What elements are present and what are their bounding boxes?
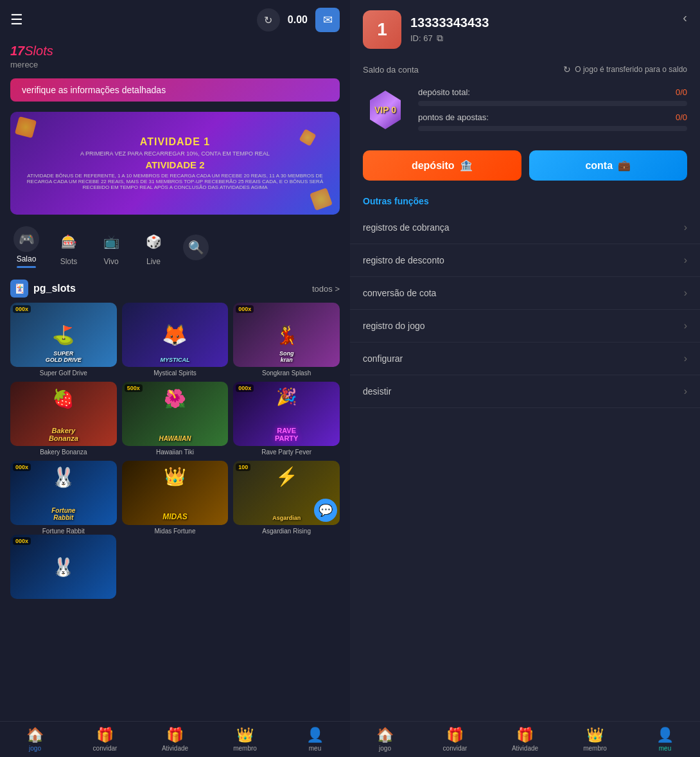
banner-activity2-label: ATIVIDADE 2 bbox=[145, 159, 204, 170]
bottom-nav-membro[interactable]: 👑 membro bbox=[210, 727, 280, 752]
menu-item-registros-cobranca[interactable]: registros de cobrança › bbox=[350, 211, 700, 244]
vip-label: VIP 0 bbox=[374, 105, 396, 115]
menu-item-conversao-cota[interactable]: conversão de cota › bbox=[350, 277, 700, 310]
bottom-nav-convidar[interactable]: 🎁 convidar bbox=[70, 727, 140, 752]
tab-salao[interactable]: 🎮 Salao bbox=[10, 226, 42, 268]
conta-label: conta bbox=[585, 160, 613, 172]
right-bottom-nav-atividade[interactable]: 🎁 Atividade bbox=[490, 727, 560, 752]
left-panel: ☰ ↻ 0.00 ✉ 17Slots merece verifique as i… bbox=[0, 0, 350, 757]
right-bottom-nav-meu-label: meu bbox=[659, 745, 671, 752]
balance-label: Saldo da conta bbox=[363, 65, 419, 75]
menu-list: registros de cobrança › registro de desc… bbox=[350, 211, 700, 721]
bottom-nav-meu-icon: 👤 bbox=[306, 727, 324, 744]
deposit-progress-bar bbox=[418, 101, 687, 106]
game-rave-party-fever[interactable]: 000x 🎉 RAVEPARTY bbox=[233, 382, 340, 446]
bottom-nav-meu-label: meu bbox=[309, 745, 321, 752]
extra-games-row: 000x 🐰 bbox=[0, 535, 350, 604]
coin-decoration-1 bbox=[15, 116, 37, 138]
vip-deposit-label: depósito total: bbox=[418, 87, 470, 97]
menu-item-registro-desconto[interactable]: registro de desconto › bbox=[350, 244, 700, 277]
game-name-overlay: MYSTICAL bbox=[122, 357, 229, 363]
menu-item-label: configurar bbox=[363, 353, 403, 364]
balance-transfer: ↻ O jogo é transferido para o saldo bbox=[563, 64, 687, 75]
vip-progress: depósito total: 0/0 pontos de apostas: 0… bbox=[418, 87, 687, 138]
menu-item-label: conversão de cota bbox=[363, 288, 436, 298]
chat-bubble[interactable]: 💬 bbox=[314, 499, 337, 522]
menu-item-registro-jogo[interactable]: registro do jogo › bbox=[350, 310, 700, 343]
user-id-text: ID: 67 bbox=[410, 33, 433, 43]
list-item: 100 ⚡ Asgardian Asgardian Rising 💬 bbox=[233, 461, 340, 535]
menu-item-desistir[interactable]: desistir › bbox=[350, 375, 700, 408]
promo-details-button[interactable]: verifique as informações detalhadas bbox=[10, 78, 340, 102]
chevron-right-icon: › bbox=[684, 320, 687, 332]
vip-betting-label: pontos de apostas: bbox=[418, 112, 489, 122]
conta-button[interactable]: conta 💼 bbox=[529, 150, 688, 181]
refresh-button[interactable]: ↻ bbox=[257, 8, 280, 31]
game-label: Rave Party Fever bbox=[233, 449, 340, 456]
username: 13333343433 bbox=[410, 15, 687, 30]
banner-activity1-desc: A PRIMEIRA VEZ PARA RECARREGAR 10%, CONT… bbox=[67, 150, 283, 157]
menu-item-configurar[interactable]: configurar › bbox=[350, 343, 700, 375]
tab-search[interactable]: 🔍 bbox=[180, 235, 212, 260]
game-label: Midas Fortune bbox=[122, 528, 229, 535]
vip-section: VIP 0 depósito total: 0/0 pontos de apos… bbox=[350, 80, 700, 145]
game-name-overlay: HAWAIIAN bbox=[122, 435, 229, 442]
bottom-nav-atividade[interactable]: 🎁 Atividade bbox=[140, 727, 210, 752]
tab-slots-icon: 🎰 bbox=[56, 229, 82, 254]
scrollable-games: 000x ⛳ SUPERGOLD DRIVE Super Golf Drive … bbox=[0, 303, 350, 757]
tab-live[interactable]: 🎲 Live bbox=[137, 229, 170, 266]
mail-icon: ✉ bbox=[323, 13, 333, 27]
tab-vivo[interactable]: 📺 Vivo bbox=[95, 229, 127, 266]
vip-gem-inner: VIP 0 bbox=[366, 91, 405, 129]
menu-icon[interactable]: ☰ bbox=[10, 12, 23, 28]
game-name-overlay: Songkran bbox=[233, 350, 340, 363]
bottom-nav-meu[interactable]: 👤 meu bbox=[280, 727, 350, 752]
right-bottom-nav-jogo[interactable]: 🏠 jogo bbox=[350, 727, 420, 752]
close-button[interactable]: ‹ bbox=[683, 10, 687, 25]
mail-button[interactable]: ✉ bbox=[315, 8, 340, 32]
promo-merece: merece bbox=[10, 60, 340, 69]
tab-slots-label: Slots bbox=[60, 257, 78, 266]
deposito-button[interactable]: depósito 🏦 bbox=[363, 150, 521, 181]
section-title: 🃏 pg_slots bbox=[10, 280, 76, 298]
game-fortune-rabbit[interactable]: 000x 🐰 FortuneRabbit bbox=[10, 461, 117, 525]
promo-slots: Slots bbox=[24, 44, 53, 58]
game-hawaiian-tiki[interactable]: 500x 🌺 HAWAIIAN bbox=[122, 382, 229, 446]
menu-item-label: desistir bbox=[363, 386, 391, 396]
right-bottom-nav-convidar[interactable]: 🎁 convidar bbox=[420, 727, 490, 752]
bottom-nav-atividade-icon: 🎁 bbox=[166, 727, 184, 744]
multiplier-badge: 000x bbox=[13, 305, 31, 313]
game-bakery-bonanza[interactable]: 🍓 BakeryBonanza bbox=[10, 382, 117, 446]
game-label: Fortune Rabbit bbox=[10, 528, 117, 535]
game-songkran-splash[interactable]: 000x 💃 Songkran bbox=[233, 303, 340, 367]
multiplier-badge: 000x bbox=[13, 537, 31, 545]
menu-item-label: registro do jogo bbox=[363, 321, 425, 331]
tab-vivo-label: Vivo bbox=[103, 257, 118, 266]
todos-button[interactable]: todos > bbox=[312, 284, 340, 294]
game-midas-fortune[interactable]: 👑 MIDAS bbox=[122, 461, 229, 525]
tab-slots[interactable]: 🎰 Slots bbox=[53, 229, 85, 266]
left-bottom-nav: 🏠 jogo 🎁 convidar 🎁 Atividade 👑 membro 👤… bbox=[0, 721, 350, 757]
copy-icon[interactable]: ⧉ bbox=[437, 33, 443, 44]
chevron-right-icon: › bbox=[684, 287, 687, 299]
game-name-overlay: FortuneRabbit bbox=[10, 507, 117, 521]
right-bottom-nav-meu[interactable]: 👤 meu bbox=[630, 727, 700, 752]
game-mystical-spirits[interactable]: 🦊 MYSTICAL bbox=[122, 303, 229, 367]
bottom-nav-membro-icon: 👑 bbox=[236, 727, 254, 744]
vip-badge: VIP 0 bbox=[363, 87, 408, 132]
balance-refresh-icon[interactable]: ↻ bbox=[563, 64, 571, 75]
bottom-nav-jogo-icon: 🏠 bbox=[26, 727, 44, 744]
section-icon: 🃏 bbox=[10, 280, 28, 298]
right-bottom-nav-membro[interactable]: 👑 membro bbox=[560, 727, 630, 752]
game-songkran-splash-art: 000x 💃 Songkran bbox=[233, 303, 340, 367]
game-extra-art: 000x 🐰 bbox=[10, 535, 116, 599]
right-bottom-nav-membro-label: membro bbox=[583, 745, 607, 752]
game-mystical-spirits-art: 🦊 MYSTICAL bbox=[122, 303, 229, 367]
right-bottom-nav: 🏠 jogo 🎁 convidar 🎁 Atividade 👑 membro 👤… bbox=[350, 721, 700, 757]
bottom-nav-jogo[interactable]: 🏠 jogo bbox=[0, 727, 70, 752]
game-extra[interactable]: 000x 🐰 bbox=[10, 535, 116, 599]
game-label: Bakery Bonanza bbox=[10, 449, 117, 456]
game-super-golf-drive[interactable]: 000x ⛳ SUPERGOLD DRIVE bbox=[10, 303, 117, 367]
top-bar-right: ↻ 0.00 ✉ bbox=[257, 8, 340, 32]
right-bottom-nav-membro-icon: 👑 bbox=[586, 727, 604, 744]
